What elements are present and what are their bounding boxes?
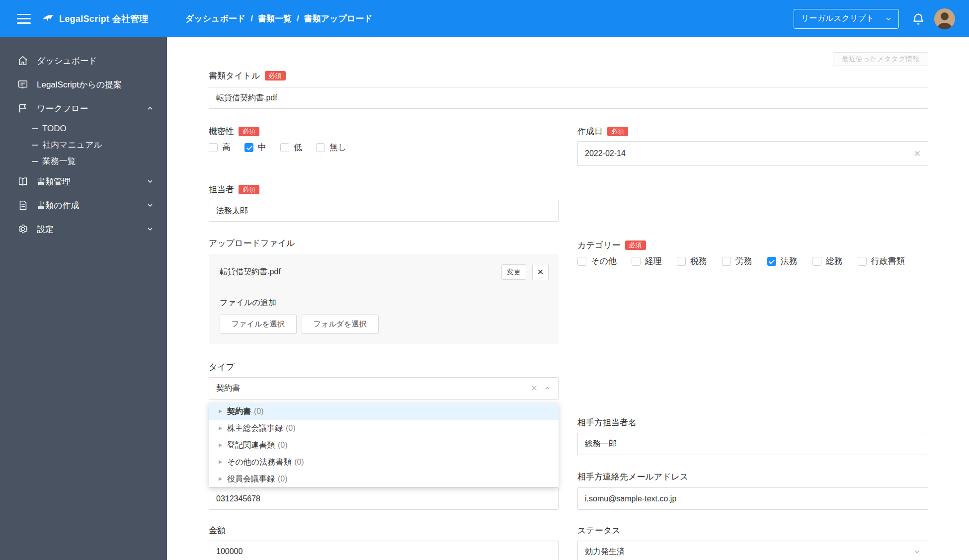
- type-select[interactable]: 契約書 ✕: [209, 377, 559, 400]
- checkbox-icon[interactable]: [280, 143, 289, 152]
- caret-right-icon[interactable]: [219, 460, 222, 464]
- checkbox-icon[interactable]: [209, 143, 218, 152]
- checkbox-medium[interactable]: 中: [244, 142, 266, 153]
- home-icon: [17, 55, 28, 66]
- menu-toggle-icon[interactable]: [17, 14, 31, 24]
- uploaded-file-name: 転貸借契約書.pdf: [220, 267, 501, 277]
- chevron-down-icon[interactable]: [146, 177, 154, 185]
- type-option-contract[interactable]: 契約書 (0): [209, 403, 559, 420]
- sidebar-item-suggestions[interactable]: LegalScriptからの提案: [0, 73, 167, 96]
- required-badge: 必須: [239, 127, 259, 136]
- breadcrumb-separator: /: [250, 14, 253, 24]
- breadcrumb-item[interactable]: 書類一覧: [258, 13, 292, 24]
- sidebar-item-label: 書類の作成: [37, 200, 79, 211]
- add-file-label: ファイルの追加: [220, 298, 276, 308]
- checkbox-checked-icon[interactable]: [244, 143, 253, 152]
- checkbox-icon[interactable]: [632, 257, 641, 266]
- caret-right-icon[interactable]: [219, 477, 222, 481]
- change-file-button[interactable]: 変更: [501, 264, 526, 280]
- sidebar-item-settings[interactable]: 設定: [0, 217, 167, 241]
- breadcrumb-item[interactable]: 書類アップロード: [304, 13, 373, 24]
- chevron-up-icon: [544, 385, 551, 392]
- select-folder-button[interactable]: フォルダを選択: [302, 315, 379, 334]
- organization-select[interactable]: リーガルスクリプト: [794, 9, 899, 29]
- remove-file-button[interactable]: ✕: [532, 264, 549, 280]
- checkbox-checked-icon[interactable]: [767, 257, 776, 266]
- checkbox-accounting[interactable]: 経理: [632, 255, 662, 267]
- amount-field-label: 金額: [209, 525, 226, 536]
- sidebar-item-label: 書類管理: [37, 176, 71, 187]
- chevron-up-icon[interactable]: [146, 104, 154, 112]
- type-option-other-legal-docs[interactable]: その他の法務書類 (0): [209, 454, 559, 471]
- checkbox-legal[interactable]: 法務: [767, 255, 798, 267]
- top-header: LegalScript 会社管理 ダッシュボード / 書類一覧 / 書類アップロ…: [0, 0, 969, 37]
- clear-type-icon[interactable]: ✕: [531, 384, 538, 393]
- caret-right-icon[interactable]: [219, 443, 222, 447]
- app-logo[interactable]: LegalScript 会社管理: [42, 12, 149, 25]
- chevron-down-icon[interactable]: [146, 201, 154, 209]
- chevron-down-icon[interactable]: [146, 225, 154, 233]
- checkbox-none[interactable]: 無し: [316, 142, 346, 153]
- gear-icon: [17, 224, 28, 235]
- counterpart-email-field-label: 相手方連絡先メールアドレス: [577, 471, 688, 482]
- sidebar-subitem-manual[interactable]: 社内マニュアル: [0, 137, 167, 153]
- phone-number-input[interactable]: [209, 487, 559, 510]
- person-in-charge-input[interactable]: [209, 200, 559, 222]
- sidebar-subitem-label: 社内マニュアル: [42, 139, 102, 151]
- select-file-button[interactable]: ファイルを選択: [220, 315, 297, 334]
- checkbox-icon[interactable]: [858, 257, 867, 266]
- type-option-board-minutes[interactable]: 役員会議事録 (0): [209, 471, 559, 487]
- clear-date-icon[interactable]: ✕: [914, 150, 921, 158]
- type-option-registration-docs[interactable]: 登記関連書類 (0): [209, 437, 559, 454]
- sidebar-subitem-label: TODO: [42, 124, 67, 134]
- upload-file-field-label: アップロードファイル: [209, 238, 295, 249]
- checkbox-low[interactable]: 低: [280, 142, 302, 153]
- checkbox-tax[interactable]: 税務: [677, 255, 707, 267]
- user-avatar[interactable]: [934, 8, 955, 29]
- chevron-down-icon: [885, 15, 892, 23]
- logo-bird-icon: [42, 12, 55, 25]
- checkbox-labor[interactable]: 労務: [722, 255, 752, 267]
- checkbox-administrative-docs[interactable]: 行政書類: [858, 255, 905, 267]
- sidebar-subitem-task-list[interactable]: 業務一覧: [0, 153, 167, 169]
- sidebar-item-document-management[interactable]: 書類管理: [0, 169, 167, 193]
- counterpart-email-input[interactable]: [577, 487, 928, 510]
- checkbox-icon[interactable]: [812, 257, 821, 266]
- sidebar-item-document-creation[interactable]: 書類の作成: [0, 193, 167, 217]
- breadcrumb-item[interactable]: ダッシュボード: [185, 13, 245, 24]
- caret-right-icon[interactable]: [219, 426, 222, 430]
- caret-right-icon[interactable]: [219, 409, 222, 413]
- sidebar-subitem-todo[interactable]: TODO: [0, 120, 167, 137]
- status-select[interactable]: 効力発生済: [577, 541, 928, 560]
- category-field-label: カテゴリー 必須: [577, 240, 646, 251]
- sidebar-item-label: ワークフロー: [37, 103, 88, 114]
- suggestion-icon: [17, 79, 28, 90]
- document-icon: [17, 200, 28, 211]
- checkbox-high[interactable]: 高: [209, 142, 231, 153]
- sidebar-item-workflow[interactable]: ワークフロー: [0, 96, 167, 120]
- required-badge: 必須: [265, 71, 286, 80]
- sidebar-item-dashboard[interactable]: ダッシュボード: [0, 49, 167, 73]
- checkbox-icon[interactable]: [677, 257, 686, 266]
- checkbox-general-affairs[interactable]: 総務: [812, 255, 843, 267]
- title-field-label: 書類タイトル 必須: [209, 70, 286, 81]
- type-option-shareholder-minutes[interactable]: 株主総会議事録 (0): [209, 420, 559, 437]
- confidentiality-field-label: 機密性 必須: [209, 126, 259, 137]
- amount-input[interactable]: [209, 541, 559, 560]
- logo-text: LegalScript 会社管理: [59, 13, 149, 25]
- checkbox-icon[interactable]: [316, 143, 325, 152]
- counterpart-name-input[interactable]: [577, 433, 928, 455]
- upload-form: 最近使ったメタタグ情報 書類タイトル 必須 機密性 必須 高 中 低 無し 作成…: [167, 37, 969, 560]
- required-badge: 必須: [607, 127, 628, 136]
- notification-bell-icon[interactable]: [911, 12, 925, 26]
- type-dropdown: 契約書 (0) 株主総会議事録 (0) 登記関連書類 (0) その他の法務書類 …: [209, 403, 559, 487]
- checkbox-icon[interactable]: [722, 257, 731, 266]
- type-field-label: タイプ: [209, 361, 235, 373]
- checkbox-icon[interactable]: [577, 257, 586, 266]
- breadcrumb: ダッシュボード / 書類一覧 / 書類アップロード: [185, 13, 373, 24]
- created-date-input[interactable]: 2022-02-14 ✕: [577, 141, 928, 166]
- title-input[interactable]: [209, 87, 928, 109]
- type-select-value: 契約書: [216, 383, 531, 394]
- checkbox-other[interactable]: その他: [577, 255, 617, 267]
- recent-metatag-button[interactable]: 最近使ったメタタグ情報: [833, 52, 928, 66]
